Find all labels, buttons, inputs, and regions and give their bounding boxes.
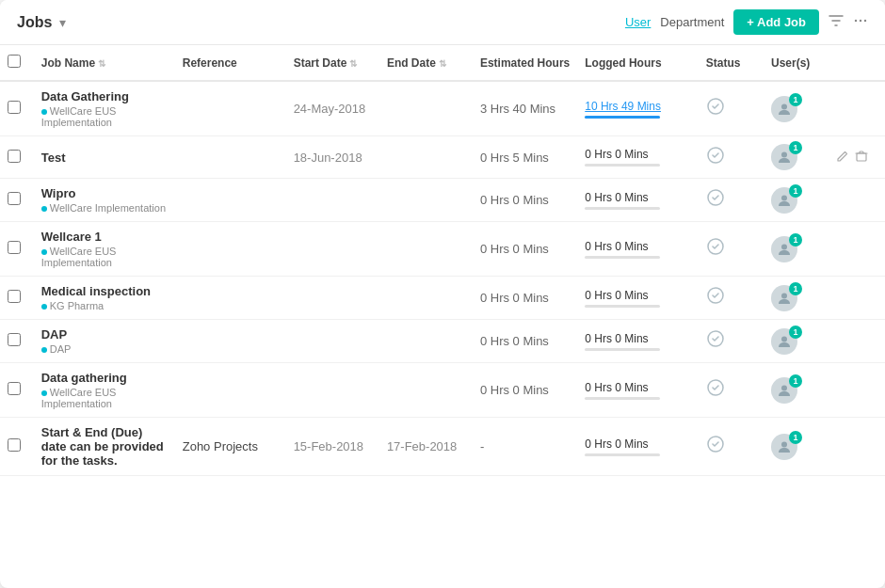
status-done-icon [706, 150, 725, 168]
job-sub-name: WellCare EUS Implementation [41, 387, 168, 409]
svg-point-17 [781, 385, 787, 390]
progress-bar [585, 116, 660, 119]
status-cell [699, 222, 764, 277]
end-date-cell [379, 320, 473, 363]
avatar[interactable]: 1 [771, 285, 797, 311]
job-name-cell: Start & End (Due) date can be provided f… [34, 418, 175, 476]
job-name-cell: Data GatheringWellCare EUS Implementatio… [34, 81, 175, 136]
filter-icon[interactable] [829, 13, 844, 32]
logged-hours-value: 0 Hrs 0 Mins [585, 289, 691, 302]
row-checkbox[interactable] [8, 192, 21, 205]
header-job-name[interactable]: Job Name [34, 45, 175, 81]
row-checkbox[interactable] [8, 290, 21, 303]
status-done-icon [706, 290, 725, 309]
avatar[interactable]: 1 [771, 96, 797, 122]
tab-department[interactable]: Department [660, 15, 724, 29]
users-cell: 1 [764, 179, 829, 222]
header-right: User Department + Add Job [625, 9, 868, 35]
tab-user[interactable]: User [625, 15, 651, 29]
end-date-cell [379, 81, 473, 136]
svg-point-15 [781, 336, 787, 342]
progress-bar [585, 348, 660, 351]
header-start-date[interactable]: Start Date [286, 45, 379, 81]
row-checkbox[interactable] [8, 333, 21, 346]
delete-icon[interactable] [855, 150, 868, 166]
progress-bar [585, 256, 660, 259]
svg-point-19 [781, 441, 787, 447]
avatar[interactable]: 1 [771, 377, 797, 404]
reference-cell [175, 363, 286, 418]
estimated-hours-cell: - [473, 418, 577, 476]
table-body: Data GatheringWellCare EUS Implementatio… [0, 81, 885, 476]
end-date-cell: 17-Feb-2018 [379, 418, 473, 476]
end-date-cell [379, 136, 473, 179]
table-row: Wellcare 1WellCare EUS Implementation0 H… [0, 222, 885, 277]
jobs-table-wrap: Job Name Reference Start Date End Date E… [0, 45, 885, 476]
progress-bar [585, 453, 660, 456]
estimated-hours-cell: 0 Hrs 0 Mins [473, 222, 577, 277]
job-name: Data Gathering [41, 89, 168, 103]
estimated-hours-cell: 0 Hrs 0 Mins [473, 277, 577, 320]
reference-cell [175, 277, 286, 320]
edit-icon[interactable] [836, 150, 849, 166]
user-count-badge: 1 [789, 93, 802, 106]
row-checkbox[interactable] [8, 150, 21, 163]
select-all-checkbox[interactable] [8, 55, 21, 68]
job-name: Start & End (Due) date can be provided f… [41, 425, 168, 468]
actions-cell [829, 277, 885, 320]
reference-cell [175, 179, 286, 222]
user-count-badge: 1 [789, 282, 802, 295]
job-name-cell: WiproWellCare Implementation [34, 179, 175, 222]
logged-hours-cell: 0 Hrs 0 Mins [577, 136, 699, 179]
row-checkbox[interactable] [8, 241, 21, 254]
avatar[interactable]: 1 [771, 144, 797, 170]
job-name: Medical inspection [41, 284, 168, 298]
avatar[interactable]: 1 [771, 328, 797, 355]
users-cell: 1 [764, 418, 829, 476]
add-job-button[interactable]: + Add Job [733, 9, 819, 35]
more-options-icon[interactable] [853, 13, 868, 32]
status-cell [699, 179, 764, 222]
job-name: Test [41, 151, 168, 165]
logged-hours-value: 0 Hrs 0 Mins [585, 240, 691, 253]
status-done-icon [706, 192, 725, 211]
svg-point-2 [864, 19, 866, 21]
logged-hours-value: 0 Hrs 0 Mins [585, 437, 691, 451]
user-count-badge: 1 [789, 431, 802, 444]
status-done-icon [706, 241, 725, 260]
avatar[interactable]: 1 [771, 187, 797, 214]
reference-cell [175, 81, 286, 136]
row-checkbox[interactable] [8, 438, 21, 452]
users-cell: 1 [764, 277, 829, 320]
svg-point-0 [855, 19, 857, 21]
header-actions [829, 45, 885, 81]
job-sub-name: WellCare EUS Implementation [41, 246, 168, 268]
job-name-cell: Data gatheringWellCare EUS Implementatio… [34, 363, 175, 418]
logged-hours-value: 0 Hrs 0 Mins [585, 148, 691, 161]
avatar[interactable]: 1 [771, 434, 797, 460]
reference-cell [175, 136, 286, 179]
start-date-cell: 18-Jun-2018 [286, 136, 379, 179]
header-checkbox-col [0, 45, 34, 81]
row-checkbox[interactable] [8, 101, 21, 114]
row-checkbox[interactable] [8, 382, 21, 395]
estimated-hours-cell: 0 Hrs 0 Mins [473, 363, 577, 418]
svg-point-11 [781, 244, 787, 249]
table-row: Start & End (Due) date can be provided f… [0, 418, 885, 476]
users-cell: 1 [764, 320, 829, 363]
job-name-cell: DAPDAP [34, 320, 175, 363]
users-cell: 1 [764, 136, 829, 179]
logged-hours-cell: 0 Hrs 0 Mins [577, 277, 699, 320]
chevron-down-icon[interactable]: ▾ [59, 15, 66, 30]
header-end-date[interactable]: End Date [379, 45, 473, 81]
logged-hours-cell: 0 Hrs 0 Mins [577, 418, 699, 476]
svg-point-4 [781, 103, 787, 109]
status-cell [699, 277, 764, 320]
job-name: Wipro [41, 186, 168, 200]
end-date-cell [379, 363, 473, 418]
avatar[interactable]: 1 [771, 236, 797, 262]
start-date-cell [286, 277, 379, 320]
jobs-table: Job Name Reference Start Date End Date E… [0, 45, 885, 476]
status-done-icon [706, 101, 725, 119]
logged-hours-cell: 0 Hrs 0 Mins [577, 222, 699, 277]
